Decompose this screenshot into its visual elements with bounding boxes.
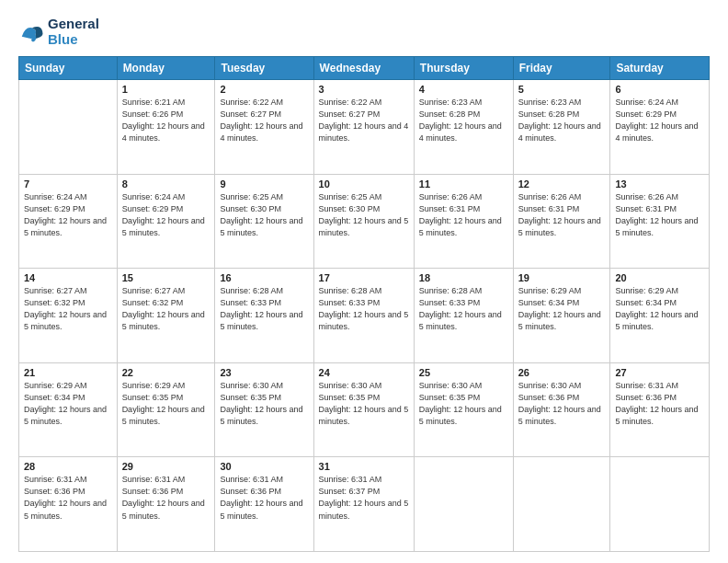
calendar-cell: 18 Sunrise: 6:28 AMSunset: 6:33 PMDaylig…: [414, 269, 513, 363]
header-cell-sunday: Sunday: [19, 57, 118, 80]
day-info: Sunrise: 6:31 AMSunset: 6:36 PMDaylight:…: [122, 475, 205, 520]
calendar-body: 1 Sunrise: 6:21 AMSunset: 6:26 PMDayligh…: [19, 80, 710, 552]
day-info: Sunrise: 6:28 AMSunset: 6:33 PMDaylight:…: [419, 286, 502, 331]
day-number: 21: [24, 367, 112, 378]
day-number: 12: [518, 178, 606, 190]
header-cell-friday: Friday: [513, 57, 610, 80]
calendar-cell: 13 Sunrise: 6:26 AMSunset: 6:31 PMDaylig…: [610, 174, 710, 269]
day-info: Sunrise: 6:26 AMSunset: 6:31 PMDaylight:…: [518, 192, 601, 237]
calendar-cell: 14 Sunrise: 6:27 AMSunset: 6:32 PMDaylig…: [19, 269, 118, 363]
header-cell-thursday: Thursday: [414, 57, 513, 80]
day-info: Sunrise: 6:23 AMSunset: 6:28 PMDaylight:…: [518, 98, 601, 143]
day-info: Sunrise: 6:30 AMSunset: 6:35 PMDaylight:…: [319, 381, 409, 426]
calendar-cell: 7 Sunrise: 6:24 AMSunset: 6:29 PMDayligh…: [19, 174, 118, 269]
day-info: Sunrise: 6:21 AMSunset: 6:26 PMDaylight:…: [122, 98, 205, 143]
day-number: 15: [122, 272, 210, 283]
day-number: 27: [615, 367, 704, 378]
day-info: Sunrise: 6:24 AMSunset: 6:29 PMDaylight:…: [24, 192, 107, 237]
calendar-cell: 16 Sunrise: 6:28 AMSunset: 6:33 PMDaylig…: [215, 269, 313, 363]
day-number: 11: [419, 178, 508, 190]
calendar-cell: 8 Sunrise: 6:24 AMSunset: 6:29 PMDayligh…: [117, 174, 215, 269]
calendar-cell: 22 Sunrise: 6:29 AMSunset: 6:35 PMDaylig…: [117, 362, 215, 457]
calendar-cell: 11 Sunrise: 6:26 AMSunset: 6:31 PMDaylig…: [414, 174, 513, 269]
calendar-cell: 17 Sunrise: 6:28 AMSunset: 6:33 PMDaylig…: [313, 269, 414, 363]
header-cell-saturday: Saturday: [610, 57, 710, 80]
day-info: Sunrise: 6:30 AMSunset: 6:35 PMDaylight:…: [220, 381, 302, 426]
day-number: 13: [615, 178, 704, 190]
day-number: 19: [518, 272, 606, 283]
day-number: 24: [319, 367, 409, 378]
day-number: 14: [24, 272, 112, 283]
day-number: 4: [419, 84, 508, 95]
day-number: 7: [24, 178, 112, 190]
calendar-cell: 20 Sunrise: 6:29 AMSunset: 6:34 PMDaylig…: [610, 269, 710, 363]
calendar-cell: 12 Sunrise: 6:26 AMSunset: 6:31 PMDaylig…: [513, 174, 610, 269]
day-number: 28: [24, 461, 112, 472]
day-info: Sunrise: 6:24 AMSunset: 6:29 PMDaylight:…: [615, 98, 698, 143]
day-info: Sunrise: 6:26 AMSunset: 6:31 PMDaylight:…: [419, 192, 502, 237]
day-number: 22: [122, 367, 210, 378]
calendar-cell: 27 Sunrise: 6:31 AMSunset: 6:36 PMDaylig…: [610, 362, 710, 457]
calendar-cell: 10 Sunrise: 6:25 AMSunset: 6:30 PMDaylig…: [313, 174, 414, 269]
calendar-cell: 29 Sunrise: 6:31 AMSunset: 6:36 PMDaylig…: [117, 457, 215, 552]
day-number: 6: [615, 84, 704, 95]
day-info: Sunrise: 6:30 AMSunset: 6:35 PMDaylight:…: [419, 381, 502, 426]
week-row-2: 7 Sunrise: 6:24 AMSunset: 6:29 PMDayligh…: [19, 174, 710, 269]
header-cell-wednesday: Wednesday: [313, 57, 414, 80]
day-number: 26: [518, 367, 606, 378]
day-number: 25: [419, 367, 508, 378]
day-info: Sunrise: 6:27 AMSunset: 6:32 PMDaylight:…: [122, 286, 205, 331]
calendar-cell: 25 Sunrise: 6:30 AMSunset: 6:35 PMDaylig…: [414, 362, 513, 457]
day-number: 18: [419, 272, 508, 283]
calendar-table: SundayMondayTuesdayWednesdayThursdayFrid…: [18, 56, 710, 552]
day-info: Sunrise: 6:31 AMSunset: 6:36 PMDaylight:…: [24, 475, 107, 520]
header: General Blue: [18, 17, 710, 47]
calendar-cell: [414, 457, 513, 552]
page: General Blue SundayMondayTuesdayWednesda…: [0, 0, 728, 563]
day-info: Sunrise: 6:28 AMSunset: 6:33 PMDaylight:…: [220, 286, 302, 331]
day-number: 30: [220, 461, 308, 472]
day-info: Sunrise: 6:27 AMSunset: 6:32 PMDaylight:…: [24, 286, 107, 331]
day-number: 23: [220, 367, 308, 378]
calendar-cell: 28 Sunrise: 6:31 AMSunset: 6:36 PMDaylig…: [19, 457, 118, 552]
day-info: Sunrise: 6:29 AMSunset: 6:35 PMDaylight:…: [122, 381, 205, 426]
day-info: Sunrise: 6:31 AMSunset: 6:36 PMDaylight:…: [615, 381, 698, 426]
day-number: 9: [220, 178, 308, 190]
day-info: Sunrise: 6:23 AMSunset: 6:28 PMDaylight:…: [419, 98, 502, 143]
day-number: 5: [518, 84, 606, 95]
calendar-cell: 21 Sunrise: 6:29 AMSunset: 6:34 PMDaylig…: [19, 362, 118, 457]
day-info: Sunrise: 6:26 AMSunset: 6:31 PMDaylight:…: [615, 192, 698, 237]
day-info: Sunrise: 6:29 AMSunset: 6:34 PMDaylight:…: [518, 286, 601, 331]
calendar-cell: 30 Sunrise: 6:31 AMSunset: 6:36 PMDaylig…: [215, 457, 313, 552]
day-number: 8: [122, 178, 210, 190]
day-number: 10: [319, 178, 409, 190]
day-number: 3: [319, 84, 409, 95]
calendar-cell: 19 Sunrise: 6:29 AMSunset: 6:34 PMDaylig…: [513, 269, 610, 363]
day-number: 17: [319, 272, 409, 283]
day-info: Sunrise: 6:29 AMSunset: 6:34 PMDaylight:…: [615, 286, 698, 331]
calendar-cell: 15 Sunrise: 6:27 AMSunset: 6:32 PMDaylig…: [117, 269, 215, 363]
calendar-cell: 9 Sunrise: 6:25 AMSunset: 6:30 PMDayligh…: [215, 174, 313, 269]
calendar-cell: 4 Sunrise: 6:23 AMSunset: 6:28 PMDayligh…: [414, 80, 513, 175]
day-number: 16: [220, 272, 308, 283]
week-row-1: 1 Sunrise: 6:21 AMSunset: 6:26 PMDayligh…: [19, 80, 710, 175]
calendar-cell: 24 Sunrise: 6:30 AMSunset: 6:35 PMDaylig…: [313, 362, 414, 457]
header-cell-tuesday: Tuesday: [215, 57, 313, 80]
day-info: Sunrise: 6:22 AMSunset: 6:27 PMDaylight:…: [319, 98, 409, 143]
calendar-cell: 6 Sunrise: 6:24 AMSunset: 6:29 PMDayligh…: [610, 80, 710, 175]
calendar-cell: 1 Sunrise: 6:21 AMSunset: 6:26 PMDayligh…: [117, 80, 215, 175]
day-info: Sunrise: 6:22 AMSunset: 6:27 PMDaylight:…: [220, 98, 302, 143]
day-number: 2: [220, 84, 308, 95]
day-info: Sunrise: 6:31 AMSunset: 6:37 PMDaylight:…: [319, 475, 409, 520]
calendar-header: SundayMondayTuesdayWednesdayThursdayFrid…: [19, 57, 710, 80]
day-number: 29: [122, 461, 210, 472]
day-info: Sunrise: 6:28 AMSunset: 6:33 PMDaylight:…: [319, 286, 409, 331]
calendar-cell: 23 Sunrise: 6:30 AMSunset: 6:35 PMDaylig…: [215, 362, 313, 457]
day-number: 1: [122, 84, 210, 95]
calendar-cell: [513, 457, 610, 552]
week-row-4: 21 Sunrise: 6:29 AMSunset: 6:34 PMDaylig…: [19, 362, 710, 457]
day-info: Sunrise: 6:29 AMSunset: 6:34 PMDaylight:…: [24, 381, 107, 426]
header-cell-monday: Monday: [117, 57, 215, 80]
logo-text: General Blue: [48, 17, 99, 47]
day-info: Sunrise: 6:31 AMSunset: 6:36 PMDaylight:…: [220, 475, 302, 520]
